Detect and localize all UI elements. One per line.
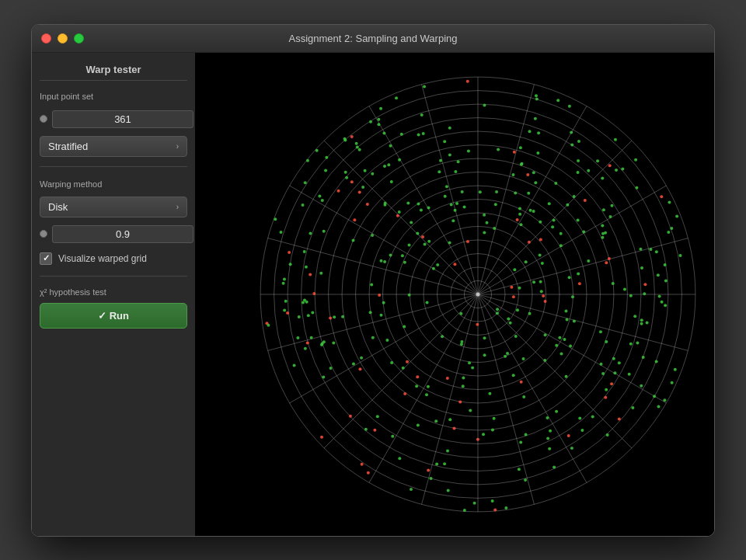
- run-button[interactable]: ✓ Run: [40, 303, 187, 329]
- warping-method-dropdown[interactable]: Disk ›: [40, 197, 187, 217]
- sampling-chevron-icon: ›: [176, 142, 179, 151]
- warping-method-label: Warping method: [40, 179, 187, 189]
- panel-title: Warp tester: [40, 61, 187, 81]
- sidebar-panel: Warp tester Input point set Stratified ›…: [32, 53, 195, 536]
- warping-chevron-icon: ›: [176, 203, 179, 211]
- param-row: [40, 224, 187, 245]
- run-button-label: ✓ Run: [98, 310, 129, 322]
- point-count-input[interactable]: [52, 110, 193, 128]
- maximize-button[interactable]: [74, 33, 84, 43]
- divider-1: [40, 166, 187, 167]
- param-slider-handle[interactable]: [40, 230, 47, 238]
- traffic-lights: [41, 33, 84, 43]
- divider-2: [40, 276, 187, 277]
- main-window: Assignment 2: Sampling and Warping Warp …: [31, 24, 715, 537]
- slider-handle[interactable]: [40, 115, 47, 123]
- visualization-area: [195, 53, 714, 536]
- visualize-grid-label: Visualize warped grid: [58, 253, 147, 264]
- sampling-method-dropdown[interactable]: Stratified ›: [40, 136, 187, 157]
- param-value-input[interactable]: [52, 225, 193, 243]
- window-title: Assignment 2: Sampling and Warping: [288, 33, 457, 44]
- window-content: Warp tester Input point set Stratified ›…: [32, 53, 714, 536]
- title-bar: Assignment 2: Sampling and Warping: [32, 25, 714, 53]
- input-point-set-label: Input point set: [40, 92, 187, 101]
- visualize-grid-checkbox[interactable]: [40, 252, 52, 265]
- sampling-method-label: Stratified: [48, 141, 88, 152]
- viz-canvas: [195, 53, 714, 536]
- minimize-button[interactable]: [58, 33, 68, 43]
- visualize-grid-row: Visualize warped grid: [40, 251, 187, 266]
- point-count-row: [40, 109, 187, 130]
- close-button[interactable]: [41, 33, 51, 43]
- chi-test-label: χ² hypothesis test: [40, 287, 187, 297]
- warping-method-value: Disk: [48, 201, 68, 213]
